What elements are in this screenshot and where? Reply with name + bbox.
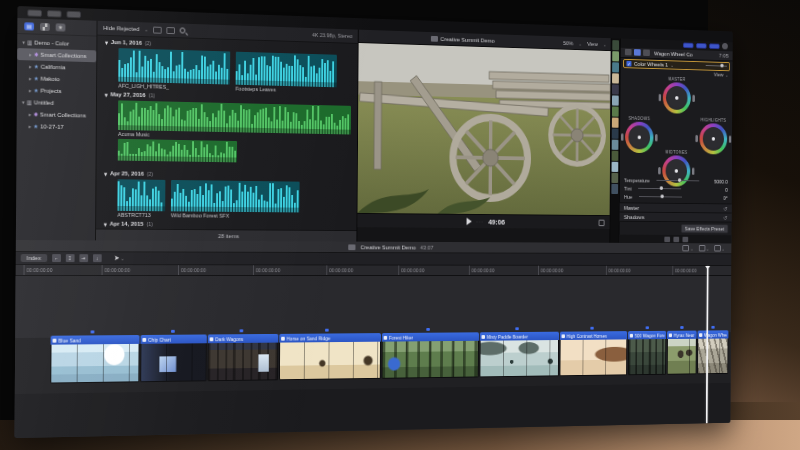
timeline-clip-dark-wagons[interactable]: Dark Wagons	[207, 334, 278, 381]
camera-icon[interactable]	[722, 43, 728, 50]
disclosure-icon[interactable]: ▸	[27, 51, 34, 57]
effect-checkbox[interactable]: ✓	[626, 61, 631, 67]
filmstrip-frame	[612, 73, 619, 83]
skimming-button[interactable]: ⌄	[698, 245, 709, 251]
list-view-icon[interactable]	[166, 27, 175, 34]
clip-name: Chip Chart	[148, 336, 171, 342]
clip-thumbnail	[50, 344, 139, 384]
filter-dropdown[interactable]: Hide Rejected	[103, 25, 139, 32]
disclosure-icon[interactable]: ▸	[27, 111, 34, 117]
disclosure-icon[interactable]: ▾	[104, 170, 107, 177]
audio-inspector-icon[interactable]	[643, 50, 650, 57]
timeline-clip-horse-ridge[interactable]: Horse on Sand Ridge	[279, 333, 381, 380]
timeline-toolbar: Index ⌐ ↧ ⇥ ↓ ➤⌄	[16, 252, 732, 266]
clip-thumbnail	[382, 341, 479, 379]
shadows-color-wheel[interactable]	[625, 121, 653, 153]
timeline-clip-chip-chart[interactable]: Chip Chart	[140, 334, 207, 382]
wheels-view-dropdown[interactable]: View	[714, 71, 724, 77]
connect-edit-icon[interactable]: ⌐	[52, 254, 61, 262]
reset-icon[interactable]: ↺	[723, 205, 727, 211]
timeline-clip-wheel-tip[interactable]: Wagon Wheel Tip	[697, 330, 728, 374]
param-slider[interactable]	[638, 188, 681, 189]
ruler-tick: 00:00:00:00	[398, 266, 424, 275]
param-value: 5000.0	[714, 178, 728, 184]
smart-icon: ✱	[34, 52, 39, 58]
filmstrip-frame	[611, 173, 618, 183]
reset-icon[interactable]: ↺	[723, 214, 727, 220]
effect-amount-slider[interactable]	[706, 65, 727, 67]
overwrite-edit-icon[interactable]: ↓	[93, 254, 102, 262]
library-icon: ▥	[27, 99, 32, 105]
sidebar-item-10-27-17[interactable]: ▸★10-27-17	[17, 120, 96, 133]
libraries-tab-icon[interactable]: ▤	[24, 22, 34, 30]
audio-clip[interactable]	[118, 139, 237, 170]
fullscreen-icon[interactable]	[599, 220, 605, 227]
top-toolbar-button[interactable]	[27, 9, 42, 16]
inspector-footer-icon[interactable]	[664, 236, 670, 242]
timeline-settings-button[interactable]: ⌄	[714, 245, 725, 251]
disclosure-icon[interactable]: ▾	[105, 38, 108, 45]
param-slider[interactable]	[639, 196, 682, 197]
midtones-color-wheel[interactable]	[662, 155, 690, 186]
top-toolbar-button[interactable]	[47, 10, 62, 17]
waveform	[118, 139, 237, 163]
sidebar-item-label: California	[41, 64, 66, 71]
append-edit-icon[interactable]: ⇥	[79, 254, 88, 262]
inspector-footer-icon[interactable]	[682, 236, 688, 242]
project-icon	[349, 244, 356, 250]
timeline-tracks: Blue SandChip ChartDark WagonsHorse on S…	[15, 276, 732, 438]
effect-name: Color Wheels 1	[634, 61, 668, 68]
disclosure-icon[interactable]: ▾	[20, 99, 27, 105]
highlights-color-wheel[interactable]	[699, 123, 727, 154]
inspector-mini-button[interactable]	[709, 43, 720, 49]
disclosure-icon[interactable]: ▸	[27, 87, 34, 93]
tool-selector[interactable]: ➤⌄	[114, 254, 125, 262]
photos-audio-tab-icon[interactable]: ▞	[40, 22, 50, 30]
inspector-footer-icon[interactable]	[673, 236, 679, 242]
group-date-label: Jun 1, 2016	[111, 39, 142, 46]
browser-clip-row: Acuma Music	[118, 100, 352, 142]
audio-clip[interactable]: Acuma Music	[118, 100, 351, 142]
disclosure-icon[interactable]: ▸	[27, 75, 34, 81]
timeline-clip-horses[interactable]: High Contrast Horses	[560, 331, 628, 376]
master-color-wheel[interactable]	[663, 82, 691, 114]
clip-view-icon[interactable]	[153, 26, 162, 33]
disclosure-icon[interactable]: ▸	[27, 123, 34, 129]
index-button[interactable]: Index	[21, 254, 47, 262]
play-icon[interactable]	[466, 218, 471, 226]
audio-clip[interactable]: ABSTRCT713	[117, 179, 165, 219]
ruler-tick: 00:00:00:00	[253, 265, 280, 275]
save-effects-preset-button[interactable]: Save Effects Preset	[681, 224, 729, 233]
video-inspector-icon[interactable]	[625, 49, 632, 56]
timeline-clip-misty[interactable]: Misty Paddle Boarder	[480, 332, 559, 378]
insert-edit-icon[interactable]: ↧	[65, 254, 74, 262]
disclosure-icon[interactable]: ▾	[105, 91, 108, 98]
ruler-tick: 00:00:00:00	[102, 265, 130, 275]
timeline-clip-blue-sand[interactable]: Blue Sand	[50, 335, 139, 383]
audio-clip[interactable]: Wild Bamboo Forest SFX	[171, 180, 300, 220]
inspector-mini-button[interactable]	[683, 42, 694, 48]
timeline-clip-forest[interactable]: Forest Hiker	[382, 332, 479, 378]
audio-clip[interactable]: AFC_LIGH_HITRES_	[118, 48, 230, 92]
top-toolbar-button[interactable]	[66, 10, 81, 17]
color-inspector-icon[interactable]	[634, 49, 641, 56]
disclosure-icon[interactable]: ▾	[104, 220, 107, 227]
audio-clip[interactable]: Footsteps Leaves	[236, 52, 337, 95]
disclosure-icon[interactable]: ▾	[20, 39, 27, 45]
zoom-level-dropdown[interactable]: 50%	[563, 40, 573, 46]
effects-tab-icon[interactable]: ★	[56, 23, 66, 31]
viewer-panel: Creative Summit Demo 50%⌄ View⌄	[357, 30, 610, 243]
timeline-clip-wagon-forest[interactable]: 500 Wagon Forest WS	[628, 331, 666, 375]
group-date-label: Apr 14, 2015	[110, 221, 144, 227]
timeline-ruler[interactable]: 00:00:00:0000:00:00:0000:00:00:0000:00:0…	[16, 265, 732, 276]
search-icon[interactable]	[180, 27, 186, 33]
clip-appearance-button[interactable]: ⌄	[683, 245, 694, 251]
timeline-clip-hyrax[interactable]: Hyrax Near Wagon	[667, 331, 697, 375]
color-correction-badge-icon	[53, 338, 57, 342]
color-correction-badge-icon	[281, 336, 285, 340]
waveform	[171, 180, 300, 212]
disclosure-icon[interactable]: ▸	[27, 63, 34, 69]
view-dropdown[interactable]: View	[587, 41, 598, 47]
browser-clip-row: ABSTRCT713Wild Bamboo Forest SFX	[117, 179, 351, 220]
inspector-mini-button[interactable]	[696, 43, 707, 49]
